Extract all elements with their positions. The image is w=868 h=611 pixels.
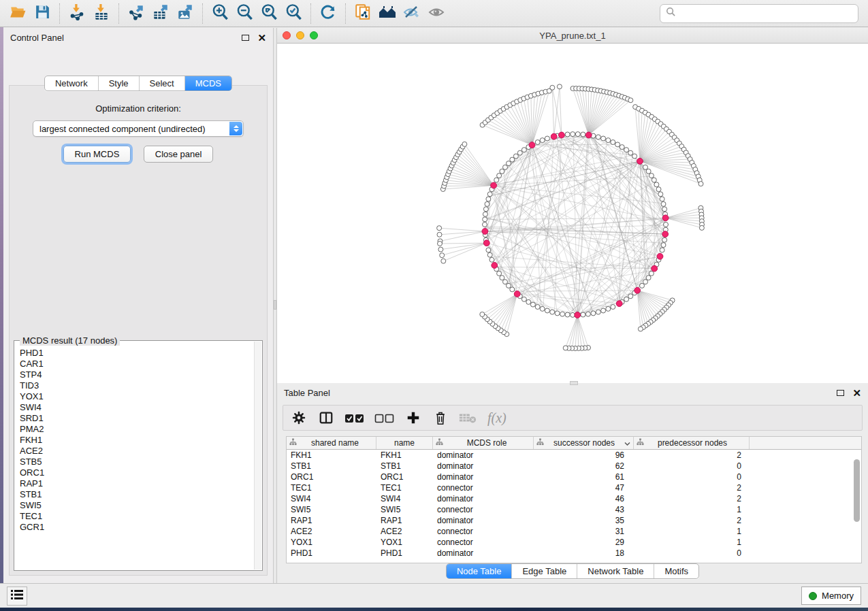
table-cell[interactable]: 43 [534, 505, 634, 514]
export-image-button[interactable] [173, 2, 197, 25]
table-cell[interactable]: 47 [534, 483, 634, 493]
list-item[interactable]: SWI5 [16, 500, 254, 511]
table-cell[interactable]: 46 [534, 494, 634, 503]
table-cell[interactable]: 96 [534, 450, 634, 460]
tab-network[interactable]: Network [45, 76, 98, 90]
zoom-fit-button[interactable] [257, 2, 281, 25]
column-header-name[interactable]: name [376, 437, 433, 449]
column-header-predecessor-nodes[interactable]: predecessor nodes [634, 437, 750, 449]
hide-annotations-button[interactable] [400, 2, 424, 25]
table-cell[interactable]: dominator [433, 494, 534, 503]
table-cell[interactable]: SWI4 [287, 494, 376, 503]
list-item[interactable]: CAR1 [16, 359, 254, 369]
show-panels-button[interactable] [7, 587, 27, 606]
table-cell[interactable]: dominator [433, 450, 534, 460]
search-input[interactable] [680, 7, 852, 19]
tab-mcds[interactable]: MCDS [184, 76, 231, 90]
zoom-out-button[interactable] [232, 2, 257, 25]
table-cell[interactable]: connector [433, 527, 534, 536]
table-cell[interactable]: ACE2 [376, 527, 433, 536]
close-panel-icon[interactable]: ✕ [852, 388, 861, 398]
tab-node-table[interactable]: Node Table [447, 564, 512, 578]
table-cell[interactable]: 2 [634, 483, 750, 493]
table-cell[interactable]: 35 [534, 516, 634, 525]
zoom-selected-button[interactable] [281, 2, 306, 25]
table-row[interactable]: FKH1FKH1dominator962 [287, 450, 861, 461]
tab-motifs[interactable]: Motifs [654, 564, 698, 578]
memory-button[interactable]: Memory [801, 587, 861, 605]
list-item[interactable]: SWI4 [16, 402, 254, 413]
delete-table-button[interactable] [459, 408, 477, 428]
import-network-button[interactable] [65, 2, 89, 25]
table-cell[interactable]: 61 [534, 472, 634, 482]
table-row[interactable]: TEC1TEC1connector472 [287, 482, 861, 493]
table-cell[interactable]: PHD1 [376, 548, 433, 558]
table-row[interactable]: STB1STB1dominator620 [287, 461, 861, 472]
zoom-in-button[interactable] [208, 2, 232, 25]
list-item[interactable]: SRD1 [16, 413, 254, 424]
table-cell[interactable]: TEC1 [287, 483, 376, 493]
open-file-button[interactable] [5, 2, 30, 25]
table-cell[interactable]: 18 [534, 548, 634, 558]
table-scrollbar[interactable] [854, 451, 860, 561]
table-cell[interactable]: 2 [634, 494, 750, 503]
run-mcds-button[interactable]: Run MCDS [63, 146, 131, 163]
table-cell[interactable]: dominator [433, 516, 534, 525]
create-column-button[interactable] [404, 408, 422, 428]
list-item[interactable]: YOX1 [16, 391, 254, 402]
table-scrollbar-thumb[interactable] [854, 459, 860, 522]
table-cell[interactable]: TEC1 [376, 483, 433, 493]
mcds-list-scrollbar[interactable] [254, 342, 261, 569]
select-all-button[interactable] [344, 408, 365, 428]
table-settings-button[interactable] [290, 408, 308, 428]
close-panel-button[interactable]: Close panel [144, 146, 214, 163]
network-graph[interactable] [277, 44, 868, 383]
close-panel-icon[interactable]: ✕ [257, 33, 266, 43]
table-cell[interactable]: 0 [634, 472, 750, 482]
network-canvas[interactable] [277, 44, 868, 383]
table-row[interactable]: PHD1PHD1dominator180 [287, 548, 861, 559]
float-panel-icon[interactable] [837, 390, 844, 396]
tab-select[interactable]: Select [139, 76, 184, 90]
table-row[interactable]: ORC1ORC1dominator610 [287, 472, 861, 482]
table-cell[interactable]: STB1 [287, 461, 376, 471]
import-table-button[interactable] [89, 2, 114, 25]
export-table-button[interactable] [148, 2, 173, 25]
table-cell[interactable]: connector [433, 483, 534, 493]
table-cell[interactable]: STB1 [376, 461, 433, 471]
table-cell[interactable]: SWI5 [376, 505, 433, 514]
table-cell[interactable]: connector [433, 505, 534, 514]
list-item[interactable]: PMA2 [16, 424, 254, 435]
float-panel-icon[interactable] [242, 35, 249, 41]
table-cell[interactable]: 2 [634, 450, 750, 460]
table-cell[interactable]: 1 [634, 538, 750, 547]
table-cell[interactable]: 2 [634, 516, 750, 525]
table-cell[interactable]: 0 [634, 548, 750, 558]
table-cell[interactable]: 62 [534, 461, 634, 471]
table-cell[interactable]: 0 [634, 461, 750, 471]
column-header-shared-name[interactable]: shared name [287, 437, 376, 449]
list-item[interactable]: TID3 [16, 380, 254, 391]
table-cell[interactable]: connector [433, 538, 534, 547]
table-row[interactable]: SWI4SWI4dominator462 [287, 493, 861, 504]
list-item[interactable]: STB5 [16, 457, 254, 467]
table-cell[interactable]: ORC1 [287, 472, 376, 482]
network-window-titlebar[interactable]: YPA_prune.txt_1 [277, 28, 868, 44]
tab-edge-table[interactable]: Edge Table [511, 564, 577, 578]
search-field[interactable] [660, 4, 858, 23]
splitter-grip[interactable] [274, 300, 276, 310]
export-network-button[interactable] [124, 2, 148, 25]
show-columns-button[interactable] [317, 408, 335, 428]
column-header-mcds-role[interactable]: MCDS role [433, 437, 534, 449]
save-session-button[interactable] [30, 2, 54, 25]
table-cell[interactable]: PHD1 [287, 548, 376, 558]
list-item[interactable]: RAP1 [16, 478, 254, 489]
table-row[interactable]: ACE2ACE2connector311 [287, 526, 861, 537]
table-cell[interactable]: dominator [433, 461, 534, 471]
list-item[interactable]: TEC1 [16, 511, 254, 522]
table-cell[interactable]: 1 [634, 505, 750, 514]
list-item[interactable]: PHD1 [16, 348, 254, 359]
list-item[interactable]: ORC1 [16, 467, 254, 478]
table-cell[interactable]: dominator [433, 472, 534, 482]
table-cell[interactable]: 1 [634, 527, 750, 536]
